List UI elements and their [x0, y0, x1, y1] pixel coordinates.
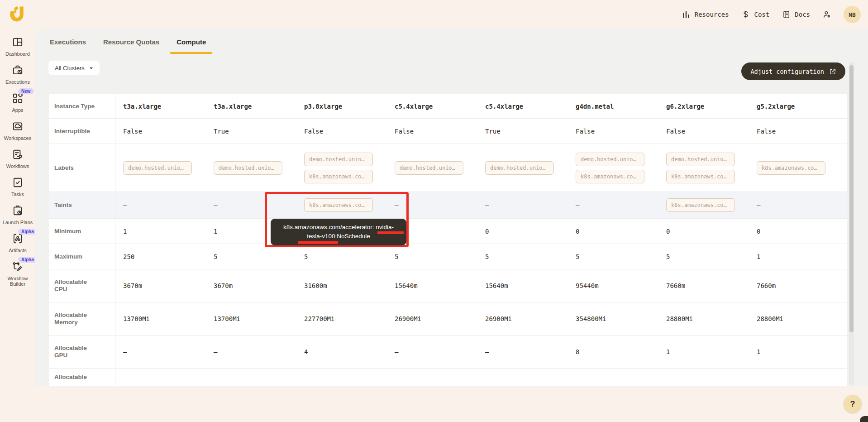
cell-instance-type-col6: g4dn.metal: [568, 94, 658, 118]
topnav-docs[interactable]: Docs: [782, 10, 810, 19]
tab-compute[interactable]: Compute: [170, 34, 212, 54]
table-row-allocatable-gpu: Allocatable GPU——4——811: [49, 336, 847, 369]
label-chip[interactable]: k8s.amazonaws.co…: [666, 170, 735, 183]
cell-value: 7660m: [757, 282, 776, 289]
cell-value: 1: [666, 348, 670, 355]
cell-interruptible-col4: False: [386, 119, 477, 144]
tasks-icon: [12, 177, 24, 188]
cell-value: —: [214, 201, 217, 209]
cell-allocatable-memory-col7: 28800Mi: [658, 302, 749, 335]
sidebar-item-artifacts[interactable]: AlphaArtifacts: [0, 233, 35, 253]
cell-allocatable-cpu-col4: 15640m: [386, 269, 477, 302]
cell-value: 5: [304, 253, 308, 260]
label-chip[interactable]: demo.hosted.unio…: [214, 161, 282, 175]
user-avatar[interactable]: NB: [844, 6, 861, 23]
table-row-minimum: Minimum11000000: [49, 219, 847, 244]
dollar-icon: [741, 10, 750, 19]
compute-table: Instance Typet3a.xlarget3a.xlargep3.8xla…: [49, 94, 847, 386]
cell-value: False: [123, 128, 142, 135]
sidebar-item-launch-plans[interactable]: Launch Plans: [0, 205, 35, 225]
bar-chart-icon: [682, 10, 691, 19]
cell-value: 1: [214, 228, 217, 235]
label-chip[interactable]: demo.hosted.unio…: [123, 161, 192, 175]
external-link-icon: [829, 68, 836, 75]
tab-executions[interactable]: Executions: [43, 34, 92, 54]
taint-chip[interactable]: k8s.amazonaws.co…: [666, 198, 735, 212]
sidebar-item-workflow-builder[interactable]: AlphaWorkflow Builder: [0, 261, 35, 287]
sidebar-item-apps[interactable]: NewApps: [0, 92, 35, 113]
cell-maximum-col3: 5: [296, 244, 386, 269]
cell-taints-col6: —: [568, 192, 658, 218]
cell-allocatable-cpu-col5: 15640m: [477, 269, 568, 302]
topnav-resources[interactable]: Resources: [682, 10, 729, 19]
cell-allocatable-extra-col1: [115, 369, 205, 386]
annotation-underline-1: [377, 231, 404, 234]
sidebar-item-tasks[interactable]: Tasks: [0, 177, 35, 197]
row-label-maximum: Maximum: [49, 244, 115, 269]
label-chip[interactable]: k8s.amazonaws.co…: [576, 170, 644, 183]
cell-maximum-col7: 5: [658, 244, 749, 269]
label-chip[interactable]: demo.hosted.unio…: [485, 161, 554, 175]
cell-value: 0: [757, 228, 760, 235]
cell-allocatable-gpu-col2: —: [205, 336, 296, 368]
union-logo[interactable]: [7, 4, 27, 24]
cell-allocatable-memory-col5: 26900Mi: [477, 302, 568, 335]
table-row-taints: Taints——k8s.amazonaws.co…———k8s.amazonaw…: [49, 192, 847, 219]
workspaces-icon: [12, 120, 24, 132]
sidebar-item-workflows[interactable]: Workflows: [0, 149, 35, 169]
row-label-allocatable-memory: Allocatable Memory: [49, 302, 115, 335]
main-panel: ExecutionsResource QuotasCompute All Clu…: [35, 29, 868, 386]
cell-taints-col5: —: [477, 192, 568, 218]
cell-value: 13700Mi: [214, 315, 240, 322]
table-row-allocatable-extra: Allocatable: [49, 369, 847, 386]
cell-instance-type-col1: t3a.xlarge: [115, 94, 205, 118]
topnav-label: Docs: [795, 11, 810, 18]
topbar: ResourcesCostDocsNB: [0, 0, 868, 29]
cell-value: False: [666, 128, 685, 135]
label-chip[interactable]: k8s.amazonaws.co…: [757, 161, 825, 175]
cell-instance-type-col2: t3a.xlarge: [205, 94, 296, 118]
cell-allocatable-cpu-col1: 3670m: [115, 269, 205, 302]
cell-value: 5: [576, 253, 579, 260]
label-chip[interactable]: demo.hosted.unio…: [395, 161, 463, 175]
sidebar-item-label: Executions: [5, 79, 30, 85]
cell-allocatable-cpu-col7: 7660m: [658, 269, 749, 302]
taint-chip[interactable]: k8s.amazonaws.co…: [304, 198, 373, 212]
label-chip[interactable]: demo.hosted.unio…: [304, 153, 373, 166]
cell-allocatable-extra-col2: [205, 369, 296, 386]
tab-resource-quotas[interactable]: Resource Quotas: [97, 34, 166, 54]
table-row-labels: Labelsdemo.hosted.unio…demo.hosted.unio……: [49, 144, 847, 192]
sidebar-item-dashboard[interactable]: Dashboard: [0, 36, 35, 57]
help-button[interactable]: ?: [844, 395, 862, 413]
tab-bar: ExecutionsResource QuotasCompute: [43, 34, 212, 54]
adjust-configuration-button[interactable]: Adjust configuration: [741, 62, 845, 80]
sidebar-item-executions[interactable]: Executions: [0, 64, 35, 85]
label-chip[interactable]: k8s.amazonaws.co…: [304, 170, 373, 183]
cell-value: 4: [304, 348, 308, 355]
cell-allocatable-cpu-col6: 95440m: [568, 269, 658, 302]
cell-allocatable-extra-col6: [568, 369, 658, 386]
row-label-instance-type: Instance Type: [49, 94, 115, 118]
row-label-taints: Taints: [49, 192, 115, 218]
cell-value: 250: [123, 253, 134, 260]
label-chip[interactable]: demo.hosted.unio…: [666, 153, 735, 166]
label-chip[interactable]: demo.hosted.unio…: [576, 153, 644, 166]
cell-allocatable-memory-col6: 354800Mi: [568, 302, 658, 335]
cell-value: True: [485, 128, 501, 135]
cell-allocatable-extra-col8: [749, 369, 847, 386]
cell-allocatable-memory-col2: 13700Mi: [205, 302, 296, 335]
cluster-filter-dropdown[interactable]: All Clusters: [48, 61, 100, 75]
sidebar-item-workspaces[interactable]: Workspaces: [0, 120, 35, 141]
topnav-cost[interactable]: Cost: [741, 10, 770, 19]
user-settings-icon[interactable]: [822, 10, 831, 19]
table-scrollbar-thumb[interactable]: [849, 65, 854, 332]
cell-maximum-col5: 5: [477, 244, 568, 269]
sidebar-item-label: Workflow Builder: [0, 276, 35, 287]
topnav-label: Resources: [695, 11, 729, 18]
cell-value: —: [485, 201, 489, 209]
cell-allocatable-gpu-col1: —: [115, 336, 205, 368]
row-label-minimum: Minimum: [49, 219, 115, 244]
cell-interruptible-col5: True: [477, 119, 568, 144]
cell-taints-col4: —: [386, 192, 477, 218]
cell-value: 354800Mi: [576, 315, 606, 322]
